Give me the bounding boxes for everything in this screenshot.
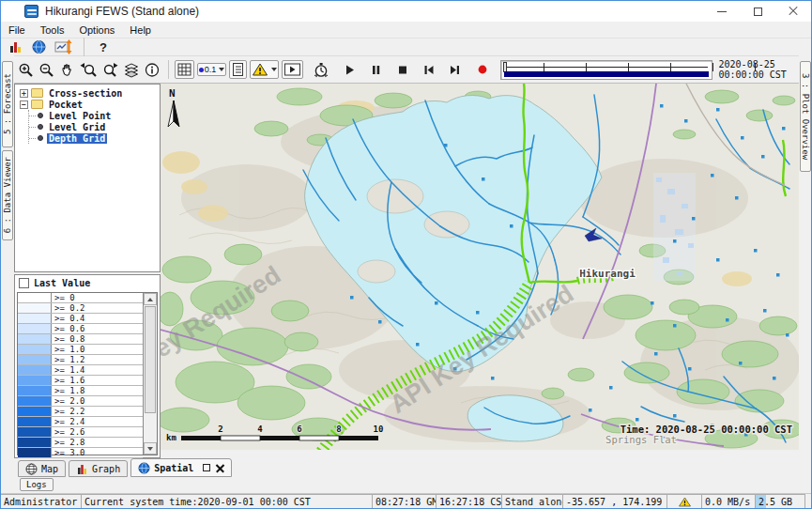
time-slider[interactable]	[500, 60, 712, 80]
tab-graph[interactable]: Graph	[69, 460, 128, 477]
color-swatch	[18, 417, 52, 426]
legend-row[interactable]: >= 3.0	[18, 448, 143, 458]
chevron-down-icon	[271, 68, 277, 71]
status-user: Administrator	[0, 494, 82, 509]
legend-row[interactable]: >= 0.6	[18, 324, 143, 334]
first-step-button[interactable]	[420, 61, 437, 79]
info-button[interactable]	[142, 60, 162, 80]
contour-interval-dropdown[interactable]: 0.1	[197, 63, 227, 76]
tree-item-pocket[interactable]: − Pocket	[15, 99, 160, 110]
scroll-down-button[interactable]	[144, 442, 157, 455]
close-panel-icon[interactable]	[216, 464, 224, 472]
bar-chart-icon	[8, 39, 23, 54]
scroll-up-button[interactable]	[144, 293, 157, 305]
legend-row[interactable]: >= 1.2	[18, 355, 143, 365]
legend-button[interactable]	[229, 60, 247, 79]
pan-button[interactable]	[57, 60, 78, 80]
boxed-play-icon	[283, 62, 301, 77]
status-bar: Administrator Current system time:2020-0…	[1, 493, 811, 509]
skip-start-icon	[421, 63, 436, 77]
menu-options[interactable]: Options	[71, 24, 122, 36]
legend-row[interactable]: >= 2.0	[18, 396, 143, 407]
map-display-button[interactable]	[29, 38, 49, 56]
status-memory: 2.5 GB	[755, 494, 805, 509]
legend-row[interactable]: >= 2.8	[18, 438, 143, 448]
help-button[interactable]: ?	[94, 39, 113, 56]
zoom-next-button[interactable]	[100, 60, 121, 80]
legend-row[interactable]: >= 1.4	[18, 365, 143, 376]
zoom-previous-icon	[80, 62, 98, 78]
menu-tools[interactable]: Tools	[33, 24, 72, 36]
chevron-down-icon	[219, 68, 224, 71]
legend-row[interactable]: >= 0	[18, 293, 143, 303]
zoom-previous-button[interactable]	[78, 60, 100, 80]
tab-spatial[interactable]: Spatial	[130, 458, 232, 477]
status-transfer-rate: 0.0 MB/s	[701, 494, 756, 509]
last-step-button[interactable]	[446, 61, 464, 79]
maximize-icon	[754, 8, 762, 16]
legend-row[interactable]: >= 2.2	[18, 407, 143, 417]
collapse-minus-icon[interactable]: −	[20, 100, 28, 109]
bar-chart-icon	[76, 463, 88, 475]
grid-display-button[interactable]	[175, 60, 194, 79]
label-springs-flat: Springs Flat	[605, 434, 677, 445]
tree-item-level-grid[interactable]: Level Grid	[29, 121, 160, 132]
logs-row: Logs	[14, 477, 811, 493]
legend-row[interactable]: >= 1.0	[18, 345, 143, 355]
legend-row[interactable]: >= 1.6	[18, 376, 143, 386]
tab-plot-overview[interactable]: 3 : Plot Overview	[800, 61, 811, 172]
tree-item-level-point[interactable]: Level Point	[29, 110, 160, 121]
play-button[interactable]	[341, 61, 359, 79]
record-button[interactable]	[474, 61, 491, 78]
data-editor-button[interactable]	[53, 38, 74, 56]
last-value-toggle[interactable]: Last Value	[15, 275, 160, 290]
expand-plus-icon[interactable]: +	[20, 89, 28, 98]
pause-button[interactable]	[367, 61, 385, 79]
warning-icon	[679, 497, 691, 507]
tab-forecast[interactable]: 5 : Forecast	[2, 61, 13, 147]
tree-item-cross-section[interactable]: + Cross-section	[15, 87, 160, 99]
checkbox-icon[interactable]	[19, 278, 29, 288]
menu-file[interactable]: File	[1, 24, 33, 36]
map-canvas[interactable]: Hikurangi Springs Flat API Key Required …	[161, 84, 799, 450]
status-warning[interactable]	[666, 494, 702, 509]
color-swatch	[18, 365, 52, 375]
animation-panel-button[interactable]	[282, 60, 303, 79]
warnings-dropdown[interactable]	[250, 60, 279, 79]
close-button[interactable]	[775, 1, 811, 22]
menu-help[interactable]: Help	[122, 24, 159, 36]
status-gmt-time: 08:27:18 GMT	[372, 494, 437, 509]
legend-row[interactable]: >= 1.8	[18, 386, 143, 396]
tab-map[interactable]: Map	[18, 460, 66, 477]
color-swatch	[18, 448, 52, 457]
color-swatch	[18, 427, 52, 437]
color-swatch	[18, 407, 52, 416]
legend-row[interactable]: >= 0.4	[18, 314, 143, 324]
maximize-button[interactable]	[740, 1, 775, 22]
layers-button[interactable]	[121, 60, 142, 80]
spatial-map[interactable]: Hikurangi Springs Flat API Key Required …	[161, 84, 799, 450]
minimize-button[interactable]	[704, 1, 740, 22]
legend-icon	[231, 62, 245, 77]
globe-icon	[138, 462, 150, 474]
animation-settings-button[interactable]	[311, 60, 331, 80]
legend-row[interactable]: >= 2.6	[18, 427, 143, 438]
zoom-in-button[interactable]	[16, 60, 37, 80]
node-bullet-icon	[38, 124, 43, 130]
zoom-out-button[interactable]	[37, 60, 57, 80]
right-tab-strip: 3 : Plot Overview	[799, 55, 812, 491]
legend-scrollbar[interactable]	[143, 293, 157, 455]
logs-button[interactable]: Logs	[20, 478, 54, 491]
legend-row[interactable]: >= 0.8	[18, 334, 143, 345]
datastore-button[interactable]	[6, 38, 25, 56]
zoom-in-icon	[18, 62, 35, 78]
toolbar-separator	[168, 60, 169, 79]
scrollbar-thumb[interactable]	[145, 306, 156, 413]
svg-text:N: N	[169, 87, 176, 100]
detach-panel-icon[interactable]	[203, 464, 210, 471]
stop-button[interactable]	[393, 61, 411, 79]
legend-row[interactable]: >= 0.2	[18, 303, 143, 314]
legend-row[interactable]: >= 2.4	[18, 417, 143, 427]
tab-data-viewer[interactable]: 6 : Data Viewer	[2, 150, 13, 240]
tree-item-depth-grid[interactable]: Depth Grid	[29, 132, 160, 144]
